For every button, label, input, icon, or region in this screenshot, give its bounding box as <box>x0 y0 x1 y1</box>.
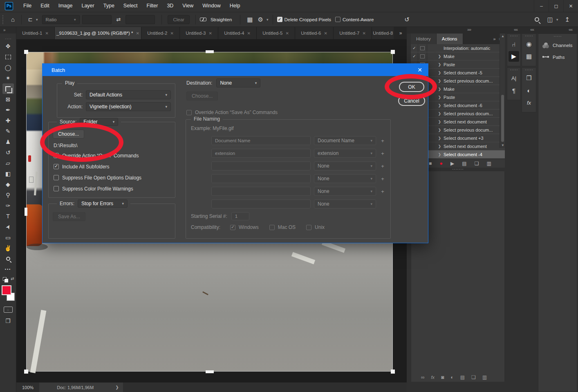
maximize-button[interactable]: ◻ <box>549 0 563 12</box>
foreground-color-swatch[interactable] <box>2 285 11 295</box>
quick-mask-button[interactable]: ◌ <box>4 307 13 313</box>
shape-tool[interactable]: ▭ <box>2 232 14 243</box>
reset-icon[interactable]: ↺ <box>402 16 412 23</box>
delete-action-icon[interactable]: ▥ <box>486 161 491 166</box>
type-tool[interactable]: T <box>2 211 14 222</box>
tools-panel-grip[interactable] <box>5 34 11 39</box>
color-swatches[interactable] <box>1 285 16 301</box>
action-set-dropdown[interactable]: Default Actions▾ <box>86 90 171 99</box>
crop-handle-bottom[interactable] <box>206 370 214 373</box>
action-item[interactable]: ✓ ❯ Interpolation: automatic <box>411 44 505 52</box>
blur-tool[interactable]: ◆ <box>2 179 14 190</box>
expand-chevron-icon[interactable]: ❯ <box>427 63 444 67</box>
menu-3d[interactable]: 3D <box>162 0 178 12</box>
healing-brush-tool[interactable]: ✚ <box>2 115 14 126</box>
expand-chevron-icon[interactable]: ❯ <box>427 128 444 132</box>
new-action-set-folder-icon[interactable]: ▤ <box>462 161 466 166</box>
content-aware-checkbox[interactable] <box>335 17 341 22</box>
delete-cropped-pixels-checkbox[interactable] <box>277 17 282 22</box>
panel-expand-icon[interactable]: »» <box>467 27 471 32</box>
marquee-tool[interactable] <box>2 52 14 62</box>
character-panel-icon[interactable]: A| <box>509 73 519 83</box>
ratio-select[interactable]: Ratio▾ <box>42 15 80 24</box>
close-tab-icon[interactable]: ✕ <box>208 31 212 36</box>
checkbox[interactable] <box>54 164 59 169</box>
paths-panel-button[interactable]: Paths <box>538 52 577 63</box>
path-selection-tool[interactable]: ➤ <box>2 222 14 232</box>
frame-tool[interactable]: ⊠ <box>2 94 14 105</box>
adjustment-layer-icon[interactable]: ◐ <box>450 374 453 380</box>
checkbox[interactable] <box>54 186 59 191</box>
clear-button[interactable]: Clear <box>168 15 189 24</box>
tools-panel-collapse[interactable]: » <box>0 27 16 34</box>
delete-layer-icon[interactable]: ▥ <box>482 374 487 380</box>
default-swatches-control[interactable]: ⇄ <box>2 276 14 284</box>
source-choose-button[interactable]: Choose... <box>53 130 84 139</box>
tab-untitled-4[interactable]: Untitled-4 ✕ <box>218 27 257 39</box>
link-layers-icon[interactable]: ∞ <box>421 374 425 380</box>
quick-selection-tool[interactable]: ✶ <box>2 73 14 83</box>
tab-untitled-2[interactable]: Untitled-2 ✕ <box>141 27 180 39</box>
suppress-color-profile-checkbox[interactable]: Suppress Color Profile Warnings <box>54 183 175 194</box>
minimize-button[interactable]: – <box>534 0 549 12</box>
scroll-up-icon[interactable]: ▲ <box>501 34 504 38</box>
expand-chevron-icon[interactable]: ❯ <box>427 112 444 116</box>
new-layer-icon[interactable]: ❏ <box>471 374 476 380</box>
destination-dropdown[interactable]: None▾ <box>216 78 260 87</box>
tab-untitled-1[interactable]: Untitled-1 ✕ <box>16 27 55 39</box>
crop-settings-gear-icon[interactable]: ⚙ <box>255 16 266 23</box>
history-panel-icon[interactable]: ⑁ <box>509 39 519 49</box>
close-tab-icon[interactable]: ✕ <box>45 31 48 36</box>
tab-untitled-6[interactable]: Untitled-6 ✕ <box>295 27 334 39</box>
tab-actions[interactable]: Actions <box>437 34 463 44</box>
share-icon[interactable]: ↥ <box>562 16 572 23</box>
menu-select[interactable]: Select <box>119 0 142 12</box>
tab-untitled-7[interactable]: Untitled-7 ✕ <box>334 27 372 39</box>
expand-chevron-icon[interactable]: ❯ <box>427 79 444 83</box>
expand-chevron-icon[interactable]: ❯ <box>427 136 444 140</box>
crop-handle-top-left[interactable] <box>24 50 28 54</box>
adjustments-panel-icon[interactable]: ◐ <box>524 85 534 96</box>
layer-effects-icon[interactable]: fx <box>431 375 435 380</box>
close-tab-icon[interactable]: ✕ <box>170 31 173 36</box>
close-tab-icon[interactable]: ✕ <box>324 31 327 36</box>
tab-untitled-3[interactable]: Untitled-3 ✕ <box>180 27 218 39</box>
action-dropdown[interactable]: Vignette (selection)▾ <box>86 102 171 111</box>
crop-width-input[interactable] <box>82 15 112 24</box>
expand-chevron-icon[interactable]: ❯ <box>427 152 444 157</box>
menu-image[interactable]: Image <box>54 0 77 12</box>
panel-expand-icon[interactable]: » <box>493 36 495 41</box>
close-tab-icon[interactable]: ✕ <box>247 31 250 36</box>
action-enabled-checkmark[interactable]: ✓ <box>411 52 418 60</box>
dialog-close-icon[interactable]: ✕ <box>417 67 422 73</box>
collapse-panel-icon[interactable]: «« <box>569 27 572 32</box>
libraries-panel-icon[interactable]: ❒ <box>524 73 534 83</box>
hand-tool[interactable]: ✌ <box>2 243 14 253</box>
more-tabs-chevron[interactable]: » <box>394 27 407 39</box>
collapse-panel-icon[interactable]: «« <box>530 27 534 32</box>
actions-scrollbar[interactable]: ▲ ▼ <box>500 34 505 148</box>
menu-help[interactable]: Help <box>225 0 245 12</box>
expand-chevron-icon[interactable]: ❯ <box>427 54 444 58</box>
action-item[interactable]: ✓ ❯ Make <box>411 52 505 60</box>
scroll-down-icon[interactable]: ▼ <box>501 143 504 147</box>
color-panel-icon[interactable]: ◉ <box>524 39 534 49</box>
crop-handle-top-right[interactable] <box>391 50 395 54</box>
lasso-tool[interactable]: ◯ <box>2 62 14 73</box>
swap-colors-icon[interactable]: ⇄ <box>11 276 14 281</box>
menu-filter[interactable]: Filter <box>142 0 163 12</box>
menu-view[interactable]: View <box>178 0 198 12</box>
history-brush-tool[interactable]: ↺ <box>2 147 14 158</box>
expand-chevron-icon[interactable]: ❯ <box>427 144 444 148</box>
straighten-button[interactable]: Straighten <box>211 17 232 22</box>
move-tool[interactable]: ✥ <box>2 41 14 52</box>
paragraph-panel-icon[interactable]: ¶ <box>509 85 519 96</box>
status-chevron[interactable]: ❯ <box>111 383 123 392</box>
menu-layer[interactable]: Layer <box>77 0 99 12</box>
layer-mask-icon[interactable]: ◙ <box>441 374 444 380</box>
brush-tool[interactable]: ✎ <box>2 126 14 137</box>
crop-tool[interactable] <box>2 83 14 94</box>
actions-panel-icon[interactable]: ▶ <box>509 51 519 62</box>
expand-chevron-icon[interactable]: ❯ <box>427 95 444 99</box>
eraser-tool[interactable]: ▱ <box>2 158 14 168</box>
